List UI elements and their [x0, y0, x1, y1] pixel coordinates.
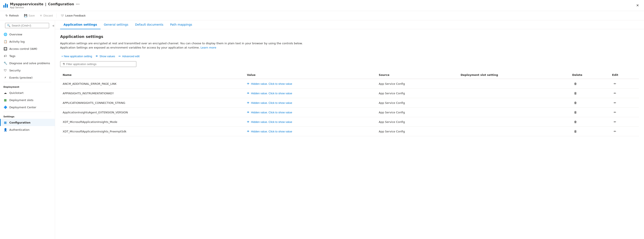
- setting-edit-cell: ✏: [610, 108, 639, 117]
- deployment-slots-icon: ▦: [4, 98, 7, 102]
- description-text: Application settings are encrypted at re…: [60, 41, 314, 50]
- col-header-value: Value: [244, 71, 376, 79]
- sidebar-item-label: Access control (IAM): [9, 47, 37, 50]
- setting-delete-cell: 🗑: [570, 79, 610, 89]
- delete-button[interactable]: 🗑: [572, 81, 578, 86]
- show-hidden-value-button[interactable]: 👁 Hidden value. Click to show value: [247, 111, 292, 114]
- edit-button[interactable]: ✏: [612, 100, 618, 105]
- tabs-bar: Application settings General settings De…: [55, 20, 644, 29]
- save-button[interactable]: 💾 Save: [22, 13, 37, 18]
- advanced-edit-button[interactable]: ✏ Advanced edit: [118, 54, 140, 59]
- main-layout: 🔍 « 🌐 Overview 📋 Activity log 🔲 Access c…: [0, 20, 644, 239]
- show-hidden-value-button[interactable]: 👁 Hidden value. Click to show value: [247, 101, 292, 104]
- title-subtitle: App Service: [10, 6, 80, 9]
- tab-general-settings[interactable]: General settings: [100, 20, 132, 29]
- trash-icon: 🗑: [574, 120, 577, 124]
- diagnose-icon: 🔧: [4, 61, 7, 65]
- edit-button[interactable]: ✏: [612, 129, 618, 134]
- edit-button[interactable]: ✏: [612, 91, 618, 96]
- show-hidden-value-button[interactable]: 👁 Hidden value. Click to show value: [247, 120, 292, 124]
- setting-edit-cell: ✏: [610, 89, 639, 98]
- advanced-edit-label: Advanced edit: [122, 55, 140, 58]
- sidebar-item-label: Security: [9, 69, 20, 72]
- close-button[interactable]: ✕: [634, 3, 640, 8]
- edit-button[interactable]: ✏: [612, 110, 618, 115]
- settings-table: Name Value Source Deployment slot settin…: [60, 71, 639, 136]
- edit-button[interactable]: ✏: [612, 81, 618, 86]
- save-label: Save: [28, 14, 35, 17]
- table-row: ANCM_ADDITIONAL_ERROR_PAGE_LINK👁 Hidden …: [60, 79, 639, 89]
- show-hidden-value-button[interactable]: 👁 Hidden value. Click to show value: [247, 82, 292, 85]
- sidebar-item-overview[interactable]: 🌐 Overview: [0, 31, 55, 38]
- setting-value: 👁 Hidden value. Click to show value: [244, 89, 376, 98]
- pencil-icon: ✏: [614, 82, 616, 85]
- new-application-setting-button[interactable]: + New application setting: [60, 54, 92, 59]
- page-title: Application settings: [60, 34, 639, 39]
- collapse-sidebar-button[interactable]: «: [52, 23, 55, 28]
- show-hidden-value-button[interactable]: 👁 Hidden value. Click to show value: [247, 130, 292, 133]
- sidebar-item-events[interactable]: ⚡ Events (preview): [0, 74, 55, 81]
- sidebar-item-diagnose[interactable]: 🔧 Diagnose and solve problems: [0, 60, 55, 67]
- content-area: Application settings General settings De…: [55, 20, 644, 239]
- sidebar-item-security[interactable]: 🛡 Security: [0, 67, 55, 74]
- setting-deployment-slot: [458, 79, 570, 89]
- setting-value: 👁 Hidden value. Click to show value: [244, 117, 376, 127]
- discard-button[interactable]: ✕ Discard: [38, 13, 55, 18]
- sidebar-item-label: Tags: [9, 55, 16, 58]
- tab-default-documents[interactable]: Default documents: [132, 20, 167, 29]
- sidebar-item-quickstart[interactable]: ☁ Quickstart: [0, 89, 55, 96]
- delete-button[interactable]: 🗑: [572, 110, 578, 115]
- edit-button[interactable]: ✏: [612, 119, 618, 124]
- setting-value: 👁 Hidden value. Click to show value: [244, 108, 376, 117]
- tab-path-mappings[interactable]: Path mappings: [167, 20, 196, 29]
- filter-icon: ⚗: [62, 63, 65, 66]
- setting-source: App Service Config: [376, 98, 458, 108]
- sidebar-item-label: Events (preview): [9, 76, 32, 79]
- setting-edit-cell: ✏: [610, 98, 639, 108]
- sidebar-item-label: Deployment slots: [9, 99, 34, 102]
- show-values-button[interactable]: 👁 Show values: [96, 54, 115, 59]
- new-setting-label: + New application setting: [62, 55, 92, 58]
- delete-button[interactable]: 🗑: [572, 129, 578, 134]
- tab-application-settings[interactable]: Application settings: [60, 20, 100, 29]
- sidebar-item-tags[interactable]: 🏷 Tags: [0, 52, 55, 60]
- sidebar: 🔍 « 🌐 Overview 📋 Activity log 🔲 Access c…: [0, 20, 55, 239]
- delete-button[interactable]: 🗑: [572, 91, 578, 96]
- search-box[interactable]: 🔍: [5, 23, 49, 28]
- deployment-center-icon: 🔷: [4, 105, 7, 109]
- pencil-icon: ✏: [614, 111, 616, 114]
- filter-input[interactable]: [66, 63, 134, 66]
- sidebar-item-label: Diagnose and solve problems: [9, 62, 50, 65]
- pencil-icon: ✏: [614, 101, 616, 104]
- title-left: Myappservicesite | Configuration ··· App…: [4, 2, 80, 9]
- setting-source: App Service Config: [376, 117, 458, 127]
- setting-deployment-slot: [458, 98, 570, 108]
- setting-source: App Service Config: [376, 127, 458, 136]
- discard-icon: ✕: [40, 14, 42, 17]
- page-content: Application settings Application setting…: [55, 29, 644, 239]
- refresh-button[interactable]: ↻ Refresh: [4, 13, 21, 18]
- setting-value: 👁 Hidden value. Click to show value: [244, 79, 376, 89]
- sidebar-item-deployment-slots[interactable]: ▦ Deployment slots: [0, 96, 55, 104]
- sidebar-item-access-control[interactable]: 🔲 Access control (IAM): [0, 45, 55, 52]
- sidebar-item-label: Activity log: [9, 40, 25, 43]
- sidebar-item-deployment-center[interactable]: 🔷 Deployment Center: [0, 104, 55, 111]
- title-ellipsis[interactable]: ···: [76, 2, 80, 6]
- show-hidden-value-button[interactable]: 👁 Hidden value. Click to show value: [247, 92, 292, 95]
- filter-box[interactable]: ⚗: [60, 61, 136, 67]
- delete-button[interactable]: 🗑: [572, 119, 578, 124]
- table-row: XDT_MicrosoftApplicationInsights_Mode👁 H…: [60, 117, 639, 127]
- delete-button[interactable]: 🗑: [572, 100, 578, 105]
- toolbar: ↻ Refresh 💾 Save ✕ Discard 🤍 Leave Feedb…: [0, 11, 644, 20]
- search-input[interactable]: [12, 24, 47, 27]
- learn-more-link[interactable]: Learn more: [200, 46, 216, 49]
- activity-log-icon: 📋: [4, 40, 7, 44]
- sidebar-item-activity-log[interactable]: 📋 Activity log: [0, 38, 55, 45]
- app-name: Myappservicesite: [10, 2, 44, 6]
- setting-value: 👁 Hidden value. Click to show value: [244, 98, 376, 108]
- sidebar-item-configuration[interactable]: ▦ Configuration: [0, 119, 55, 126]
- leave-feedback-button[interactable]: 🤍 Leave Feedback: [58, 13, 88, 18]
- sidebar-item-authentication[interactable]: 👤 Authentication: [0, 126, 55, 133]
- sidebar-item-label: Overview: [9, 33, 22, 36]
- table-row: APPINSIGHTS_INSTRUMENTATIONKEY👁 Hidden v…: [60, 89, 639, 98]
